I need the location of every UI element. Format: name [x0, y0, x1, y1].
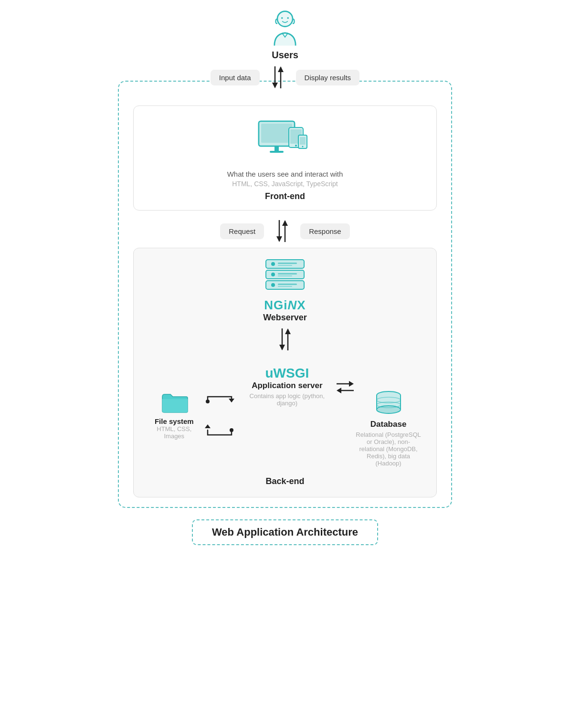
- io-arrows: [269, 65, 286, 89]
- svg-rect-28: [278, 273, 297, 274]
- svg-rect-25: [278, 265, 292, 266]
- svg-point-17: [302, 146, 304, 148]
- frontend-description: What the users see and interact with: [227, 170, 343, 178]
- svg-point-0: [277, 11, 293, 27]
- uwsgi-label: uWSGI: [265, 366, 309, 381]
- svg-marker-4: [272, 83, 278, 88]
- input-data-badge: Input data: [211, 70, 260, 85]
- user-icon: [266, 10, 304, 48]
- client-section: What the users see and interact with HTM…: [118, 81, 452, 508]
- database-label: Database: [370, 420, 407, 429]
- nginx-label: NGiNX: [264, 298, 306, 313]
- uwsgi-text: uWSGI: [265, 366, 309, 380]
- svg-marker-19: [276, 236, 282, 242]
- svg-point-23: [271, 262, 275, 266]
- fs-arrows-svg: [201, 394, 239, 437]
- req-res-arrows: [274, 219, 291, 243]
- svg-point-40: [206, 400, 210, 403]
- appserver-desc: Contains app logic (python, django): [239, 392, 336, 407]
- user-section: Users: [266, 10, 304, 61]
- frontend-label: Front-end: [265, 191, 305, 201]
- database-desc: Relational (PostgreSQL or Oracle), non-r…: [355, 431, 422, 467]
- webserver-area: NGiNX Webserver: [263, 259, 307, 323]
- server-icon: [264, 259, 306, 293]
- svg-rect-32: [278, 284, 297, 285]
- appserver-area: uWSGI Application server Contains app lo…: [239, 361, 336, 407]
- io-row: Input data Display results: [211, 65, 359, 89]
- appserver-col: uWSGI Application server Contains app lo…: [239, 361, 336, 407]
- user-label: Users: [272, 50, 298, 61]
- frontend-tech: HTML, CSS, JavaScript, TypeScript: [232, 180, 338, 188]
- svg-marker-45: [337, 388, 341, 393]
- svg-marker-43: [349, 381, 354, 387]
- frontend-box: What the users see and interact with HTM…: [133, 106, 437, 211]
- svg-point-1: [281, 17, 283, 19]
- svg-marker-37: [285, 328, 291, 334]
- appserver-label: Application server: [252, 381, 322, 390]
- req-res-row: Request Response: [133, 219, 437, 243]
- svg-rect-10: [274, 146, 279, 151]
- nginx-x: X: [297, 298, 306, 312]
- backend-footer: Back-end: [265, 476, 304, 486]
- nginx-italic-n: N: [288, 298, 297, 312]
- svg-rect-24: [278, 263, 297, 264]
- backend-middle: File system HTML, CSS, Images: [148, 361, 422, 467]
- database-icon: [374, 390, 403, 416]
- filesystem-col: File system HTML, CSS, Images: [148, 390, 201, 440]
- diagram-wrapper: Users Input data Display results: [118, 10, 452, 545]
- nginx-text: NGi: [264, 298, 287, 312]
- bottom-title: Web Application Architecture: [192, 519, 378, 545]
- svg-point-14: [295, 145, 297, 147]
- db-arrows: [336, 375, 355, 399]
- backend-section: NGiNX Webserver: [133, 248, 437, 497]
- svg-marker-6: [278, 66, 284, 72]
- svg-marker-39: [205, 424, 211, 428]
- device-icon: [256, 116, 314, 164]
- display-results-badge: Display results: [296, 70, 360, 85]
- folder-icon: [160, 390, 189, 413]
- request-badge: Request: [220, 223, 264, 239]
- nginx-uwsgi-arrows: [276, 327, 294, 353]
- svg-marker-21: [282, 220, 288, 226]
- svg-marker-38: [229, 399, 234, 402]
- response-badge: Response: [300, 223, 350, 239]
- svg-point-41: [230, 428, 233, 432]
- svg-point-31: [271, 283, 275, 287]
- svg-rect-9: [261, 124, 292, 143]
- filesystem-tech: HTML, CSS, Images: [148, 425, 201, 440]
- svg-marker-35: [279, 345, 285, 350]
- database-col: Database Relational (PostgreSQL or Oracl…: [355, 390, 422, 467]
- svg-rect-29: [278, 275, 292, 276]
- webserver-label: Webserver: [263, 313, 307, 323]
- svg-rect-33: [278, 286, 292, 287]
- svg-rect-16: [300, 137, 306, 145]
- svg-point-27: [271, 273, 275, 276]
- svg-point-2: [287, 17, 289, 19]
- filesystem-label: File system: [155, 417, 194, 425]
- svg-rect-11: [270, 151, 284, 153]
